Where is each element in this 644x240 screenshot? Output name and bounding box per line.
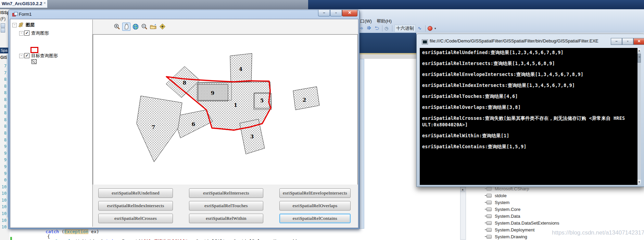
clipped-menu-fragment: (F) [0,16,5,21]
toolbar-separator [425,25,426,31]
signal-icon[interactable]: ∿ [418,26,423,31]
minimize-button[interactable]: – [611,38,622,45]
assembly-icon [487,221,492,225]
polygon-label-4: 4 [239,66,242,72]
line-number: 10 [0,185,7,191]
vs-tab-well-band [0,0,322,9]
console-line: esriSpatialRelWithin:查询结果[1] [422,133,636,138]
reference-item[interactable]: System.Data.DataSetExtensions [487,219,559,226]
code-token: "{0}:查询失败[{1}]" [140,239,188,240]
line-number: 10 [0,225,7,231]
vs-debug-toolbar: ➾ ⭆ ⮌ ◷ 十六进制 ∿ ▾ [359,24,436,33]
code-token: catch [46,229,59,234]
reference-item[interactable]: System.Core [487,206,559,213]
polygon-label-9: 9 [211,90,214,96]
line-number: 8 [0,97,7,104]
zoom-out-icon[interactable] [141,23,148,30]
button-esriSpatialRelWithin[interactable]: esriSpatialRelWithin [189,214,263,223]
reference-item[interactable]: System.Deployment [487,226,559,233]
button-esriSpatialRelTouches[interactable]: esriSpatialRelTouches [189,201,263,211]
menu-help[interactable]: 帮助(H) [377,18,392,24]
hatch-legend-swatch[interactable] [31,59,37,64]
code-token: ex) [88,229,99,234]
button-esriSpatialRelEnvelopeIntersects[interactable]: esriSpatialRelEnvelopeIntersects [279,188,351,198]
editor-tab-title: Win7_ArcGIS10.2.2 [2,1,42,6]
zoom-in-icon[interactable] [113,23,121,30]
layer-checkbox[interactable]: ✓ [24,30,29,36]
tree-expander-icon[interactable]: − [19,31,24,36]
tree-item-target-query-graphic[interactable]: 目标查询图形 [31,53,58,59]
assembly-icon [487,194,492,198]
maximize-button[interactable]: ▫ [330,10,342,16]
step-out-icon[interactable]: ⮌ [375,26,380,31]
breakpoint-icon[interactable] [428,26,432,31]
console-line: esriSpatialRelUndefined:查询结果[1,2,3,4,5,6… [422,50,636,55]
close-button[interactable]: ✕ [342,10,357,16]
pan-icon[interactable] [122,23,130,31]
open-folder-icon[interactable] [150,23,157,30]
map-canvas[interactable]: 123456789 [93,34,358,185]
full-extent-globe-icon[interactable] [132,23,139,30]
tree-expander-icon[interactable]: − [12,23,17,27]
reference-item[interactable]: System.Data [487,213,559,219]
history-icon[interactable]: ◷ [384,26,390,31]
red-outline-legend-swatch[interactable] [30,47,38,53]
button-esriSpatialRelIntersects[interactable]: esriSpatialRelIntersects [189,188,263,198]
code-token: .Format( [119,239,141,240]
step-over-icon[interactable]: ⭆ [367,26,372,31]
reference-label: System.Data.DataSetExtensions [495,220,559,226]
editor-tab[interactable]: Win7_ArcGIS10.2.2 × [0,0,48,8]
console-line: esriSpatialRelContains:查询结果[1,5,9] [422,144,636,149]
dropdown-caret-icon[interactable]: ▾ [434,27,436,30]
line-number: 8 [0,138,7,144]
line-number: 8 [0,111,7,117]
line-number: 8 [0,77,7,84]
scroll-down-icon[interactable]: ▼ [637,180,641,184]
editor-scrollbar[interactable] [359,59,364,229]
line-number: 8 [0,84,7,91]
step-into-icon[interactable]: ➾ [359,26,365,31]
reference-item[interactable]: System.Drawing [487,233,559,240]
button-esriSpatialRelCrosses[interactable]: esriSpatialRelCrosses [98,214,173,223]
line-number: 10 [0,191,7,198]
form1-window: Form1 – ▫ ✕ − 图层 − ✓ 查询图形 [8,10,359,229]
tab-close-icon[interactable]: × [43,1,46,5]
close-button[interactable]: ✕ [633,38,644,45]
toolbar-icon[interactable] [1,28,5,33]
polygon-label-6: 6 [192,121,195,127]
tree-item-query-graphic[interactable]: 查询图形 [31,30,49,36]
scrollbar-thumb[interactable] [637,54,641,63]
minimize-button[interactable]: – [318,10,330,16]
screen: Win7_ArcGIS10.2.2 × ISSp (F) Spa GISS 77… [0,0,644,240]
layer-checkbox[interactable]: ✓ [24,53,29,58]
console-output-area[interactable]: esriSpatialRelUndefined:查询结果[1,2,3,4,5,6… [420,48,641,185]
add-data-icon[interactable] [159,23,166,30]
scroll-up-icon[interactable]: ▲ [460,187,465,192]
code-token: { [47,234,50,239]
button-esriSpatialRelIndexIntersects[interactable]: esriSpatialRelIndexIntersects [98,201,173,211]
maximize-button[interactable]: ▫ [622,38,633,45]
tree-expander-icon[interactable]: − [19,54,24,58]
line-number: 9 [0,164,7,171]
reference-label: System.Core [495,207,520,212]
button-esriSpatialRelUndefined[interactable]: esriSpatialRelUndefined [98,188,173,198]
reference-item[interactable]: System [487,199,559,206]
button-esriSpatialRelOverlaps[interactable]: esriSpatialRelOverlaps [279,201,351,211]
tree-root-label[interactable]: 图层 [26,22,35,28]
toolbar-icon[interactable] [1,23,5,28]
hex-display-toggle[interactable]: 十六进制 [394,25,416,32]
code-editor-bottom[interactable]: 108 109 110 catch (Exception ex) { Conso… [0,228,416,240]
console-line: ULT:0x8004020A>] [422,122,636,127]
assembly-icon [487,201,492,204]
menu-window[interactable]: 口(W) [360,18,372,24]
button-esriSpatialRelContains[interactable]: esriSpatialRelContains [279,214,351,223]
reference-item[interactable]: stdole [487,192,559,199]
line-number: 0 [0,178,7,185]
polygon-label-5: 5 [260,98,264,104]
scroll-up-icon[interactable]: ▲ [637,48,641,53]
console-scrollbar[interactable]: ▲ ▼ [637,48,641,185]
line-number: 7 [0,71,7,77]
vs-menu-toolbar-area: 口(W) 帮助(H) ➾ ⭆ ⮌ ◷ 十六进制 ∿ ▾ [359,9,644,33]
assembly-icon [487,228,492,232]
references-scrollbar[interactable]: ▲ [460,187,466,240]
